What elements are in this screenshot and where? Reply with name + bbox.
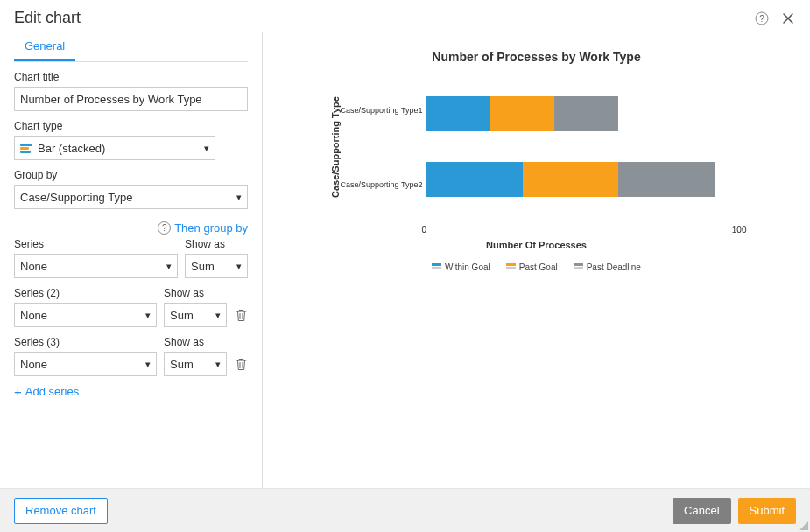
x-tick-1: 100	[732, 225, 747, 234]
chart-plot-area: Case/Supporting Type Case/Supporting Typ…	[327, 73, 747, 221]
chart-preview-panel: Number of Processes by Work Type Case/Su…	[263, 32, 810, 488]
series-2-value: None	[20, 309, 47, 322]
series-2-group: Series (2) None Show as Sum	[14, 287, 248, 327]
chart-preview: Number of Processes by Work Type Case/Su…	[327, 50, 747, 272]
series-label: Series	[14, 238, 178, 250]
series-3-label: Series (3)	[14, 336, 157, 348]
legend-icon	[574, 263, 583, 271]
series-3-select[interactable]: None	[14, 352, 157, 376]
x-tick-0: 0	[422, 225, 427, 234]
submit-button[interactable]: Submit	[738, 498, 796, 524]
bar-segment	[490, 96, 554, 131]
legend-icon	[506, 263, 516, 271]
series-3-delete-button[interactable]	[234, 352, 248, 376]
show-as-label-2: Show as	[164, 287, 227, 299]
show-as-1-select[interactable]: Sum	[185, 254, 248, 278]
edit-chart-dialog: Edit chart ? General Chart title Chart t…	[0, 0, 810, 532]
dialog-footer: Remove chart Cancel Submit	[0, 488, 810, 532]
add-series-button[interactable]: + Add series	[14, 385, 248, 398]
legend-label: Past Goal	[519, 262, 558, 272]
show-as-2-select[interactable]: Sum	[164, 303, 227, 327]
dialog-title: Edit chart	[14, 9, 81, 27]
chart-title-input[interactable]	[14, 87, 248, 111]
y-tick-0: Case/Supporting Type1	[341, 93, 423, 128]
then-group-by-button[interactable]: ? Then group by	[14, 218, 248, 238]
remove-chart-button[interactable]: Remove chart	[14, 498, 108, 524]
show-as-1-value: Sum	[191, 260, 215, 273]
dialog-body: General Chart title Chart type Bar (stac…	[0, 32, 810, 488]
chart-title-label: Chart title	[14, 71, 248, 83]
legend-icon	[432, 263, 441, 271]
group-by-group: Group by Case/Supporting Type	[14, 169, 248, 209]
legend-label: Past Deadline	[587, 262, 641, 272]
settings-panel: General Chart title Chart type Bar (stac…	[0, 32, 263, 488]
group-by-select[interactable]: Case/Supporting Type	[14, 185, 248, 209]
resize-grip-icon[interactable]	[799, 522, 808, 530]
group-by-value: Case/Supporting Type	[20, 191, 132, 204]
y-axis-labels: Case/Supporting Type1 Case/Supporting Ty…	[341, 73, 426, 221]
x-axis-labels: 0 100	[422, 225, 747, 234]
bar-segment	[523, 162, 619, 197]
bar-segment	[426, 96, 490, 131]
dialog-header: Edit chart ?	[0, 0, 810, 32]
show-as-3-value: Sum	[170, 358, 194, 371]
tab-general[interactable]: General	[14, 32, 75, 61]
bar-segment	[554, 96, 618, 131]
legend-item-within-goal: Within Goal	[432, 262, 490, 272]
series-1-group: Series None Show as Sum	[14, 238, 248, 278]
cancel-button[interactable]: Cancel	[673, 498, 730, 524]
bar-segment	[618, 162, 715, 197]
show-as-label-3: Show as	[164, 336, 227, 348]
bar-row	[426, 96, 746, 131]
show-as-3-select[interactable]: Sum	[164, 352, 227, 376]
chart-legend: Within Goal Past Goal Past Deadline	[327, 262, 747, 272]
legend-item-past-deadline: Past Deadline	[574, 262, 641, 272]
y-tick-1: Case/Supporting Type2	[341, 167, 423, 202]
help-icon[interactable]: ?	[754, 10, 770, 26]
header-actions: ?	[754, 10, 796, 26]
legend-item-past-goal: Past Goal	[506, 262, 558, 272]
footer-actions: Cancel Submit	[673, 498, 796, 524]
legend-label: Within Goal	[445, 262, 490, 272]
group-by-label: Group by	[14, 169, 248, 181]
series-3-value: None	[20, 358, 47, 371]
help-circle-icon: ?	[158, 221, 171, 234]
bar-row	[426, 162, 746, 197]
plus-icon: +	[14, 385, 22, 398]
series-2-select[interactable]: None	[14, 303, 157, 327]
show-as-2-value: Sum	[170, 309, 194, 322]
chart-title-group: Chart title	[14, 71, 248, 111]
series-1-select[interactable]: None	[14, 254, 178, 278]
add-series-label: Add series	[25, 385, 79, 398]
x-axis-title: Number Of Processes	[327, 240, 747, 250]
series-3-group: Series (3) None Show as Sum	[14, 336, 248, 376]
chart-title-text: Number of Processes by Work Type	[327, 50, 747, 64]
then-group-by-label: Then group by	[174, 221, 248, 234]
show-as-label-1: Show as	[185, 238, 248, 250]
chart-type-group: Chart type Bar (stacked)	[14, 120, 248, 160]
series-2-label: Series (2)	[14, 287, 157, 299]
bar-segment	[426, 162, 523, 197]
series-1-value: None	[20, 260, 47, 273]
bar-stacked-icon	[20, 142, 32, 154]
plot-surface	[426, 73, 746, 221]
tab-bar: General	[14, 32, 248, 62]
y-axis-title: Case/Supporting Type	[327, 73, 341, 221]
svg-text:?: ?	[759, 13, 764, 23]
chart-type-value: Bar (stacked)	[38, 142, 105, 155]
series-2-delete-button[interactable]	[234, 303, 248, 327]
chart-type-label: Chart type	[14, 120, 248, 132]
chart-type-select[interactable]: Bar (stacked)	[14, 136, 215, 160]
close-icon[interactable]	[780, 10, 796, 26]
